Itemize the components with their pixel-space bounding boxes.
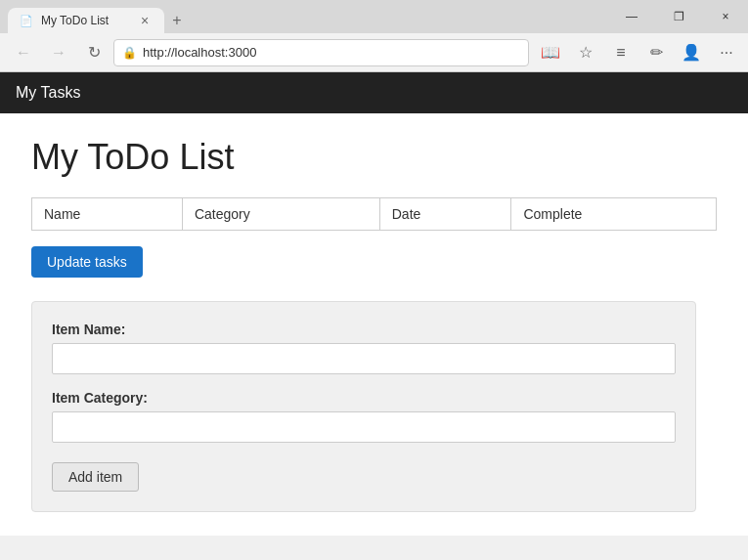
add-item-button[interactable]: Add item — [52, 462, 139, 492]
minimize-button[interactable]: — — [609, 0, 654, 33]
table-header: Name Category Date Complete — [32, 198, 717, 231]
column-name: Name — [32, 198, 183, 231]
address-bar[interactable]: 🔒 http://localhost:3000 — [113, 39, 529, 66]
back-button[interactable]: ← — [8, 37, 39, 68]
item-category-label: Item Category: — [52, 390, 676, 406]
item-name-input[interactable] — [52, 343, 676, 374]
favorites-icon[interactable]: ☆ — [572, 39, 599, 66]
update-tasks-button[interactable]: Update tasks — [31, 246, 143, 278]
item-category-input[interactable] — [52, 411, 676, 443]
table-header-row: Name Category Date Complete — [32, 198, 717, 231]
column-complete: Complete — [511, 198, 717, 231]
browser-chrome: 📄 My ToDo List × + — ❐ × ← → ↻ 🔒 http://… — [0, 0, 748, 72]
collections-icon[interactable]: ≡ — [607, 39, 635, 66]
page-title: My ToDo List — [31, 137, 717, 178]
forward-button[interactable]: → — [43, 37, 74, 68]
profile-icon[interactable]: 👤 — [678, 39, 705, 66]
tab-title: My ToDo List — [41, 14, 129, 27]
app-header-title: My Tasks — [16, 84, 80, 102]
item-name-group: Item Name: — [52, 322, 676, 374]
browser-toolbar: 📖 ☆ ≡ ✏ 👤 ··· — [537, 39, 740, 66]
item-name-label: Item Name: — [52, 322, 676, 337]
column-category: Category — [182, 198, 379, 231]
active-tab[interactable]: 📄 My ToDo List × — [8, 8, 164, 33]
restore-button[interactable]: ❐ — [656, 0, 701, 33]
column-date: Date — [379, 198, 511, 231]
web-capture-icon[interactable]: ✏ — [642, 39, 670, 66]
app-content: My ToDo List Name Category Date Complete… — [0, 113, 748, 536]
item-category-group: Item Category: — [52, 390, 676, 443]
reader-view-icon[interactable]: 📖 — [537, 39, 564, 66]
close-button[interactable]: × — [703, 0, 748, 33]
app-header: My Tasks — [0, 72, 748, 113]
lock-icon: 🔒 — [122, 46, 137, 60]
address-text: http://localhost:3000 — [143, 45, 520, 60]
tab-close-button[interactable]: × — [137, 13, 153, 28]
tabs-area: 📄 My ToDo List × + — [0, 0, 609, 33]
add-item-form: Item Name: Item Category: Add item — [31, 301, 696, 512]
address-bar-row: ← → ↻ 🔒 http://localhost:3000 📖 ☆ ≡ ✏ 👤 … — [0, 33, 748, 72]
title-bar: 📄 My ToDo List × + — ❐ × — [0, 0, 748, 33]
window-controls: — ❐ × — [609, 0, 748, 33]
refresh-button[interactable]: ↻ — [78, 37, 110, 68]
task-table: Name Category Date Complete — [31, 197, 717, 231]
tab-favicon: 📄 — [20, 15, 33, 27]
more-icon[interactable]: ··· — [713, 39, 740, 66]
new-tab-button[interactable]: + — [164, 8, 190, 33]
